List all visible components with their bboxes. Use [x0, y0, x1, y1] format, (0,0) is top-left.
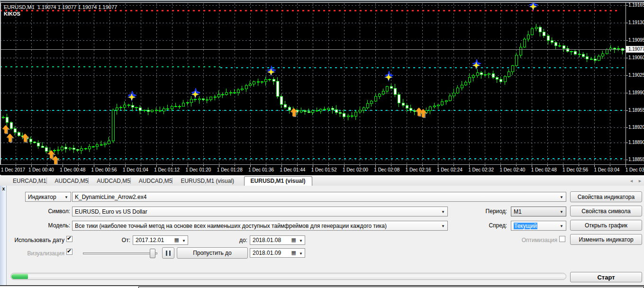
candle-body [590, 59, 592, 59]
time-axis-tick [422, 165, 423, 166]
candle-body [555, 42, 557, 45]
candle-body [53, 151, 55, 151]
chart-tab-active[interactable]: EURUSD,M1 (visual) [244, 176, 312, 187]
candle-body [96, 145, 99, 147]
time-axis-label: 1 Dec 02:16 [406, 167, 431, 172]
candle-body [445, 100, 447, 102]
candle-body [562, 46, 565, 49]
candle-body [92, 146, 95, 147]
chart-tab[interactable]: EURUSD,M1 (visual) [174, 177, 240, 186]
candle-body [108, 141, 110, 144]
candle-body [218, 94, 220, 97]
current-price-tag: 1.19077 [626, 46, 644, 53]
time-axis-tick [360, 165, 360, 166]
candle-body [139, 108, 142, 111]
candle-body [437, 105, 439, 106]
candle-body [281, 97, 283, 105]
expert-select[interactable]: K_DynamicLine_Arrow2.ex4▼ [72, 192, 566, 202]
time-axis-label: 1 Dec 00:56 [91, 167, 117, 172]
signal-star-marker [472, 61, 481, 70]
candle-body [461, 85, 463, 88]
candle-body [484, 74, 487, 75]
spread-select[interactable]: Текущий▼ [511, 221, 566, 231]
price-chart[interactable] [0, 0, 626, 165]
time-axis-label: 1 Dec 00:40 [28, 167, 54, 172]
time-axis-tick [328, 165, 329, 166]
open-chart-button[interactable]: Открыть график [570, 220, 642, 231]
signal-star-marker [384, 73, 393, 81]
time-axis-label: 1 Dec 02:24 [437, 167, 463, 172]
time-axis[interactable]: 1 Dec 20171 Dec 00:401 Dec 00:481 Dec 00… [0, 164, 644, 175]
skip-to-date-field[interactable]: 2018.01.09 ▦ ▼ [250, 248, 305, 258]
candle-body [347, 116, 349, 117]
candle-body [151, 110, 154, 111]
candle-body [65, 147, 67, 149]
candle-body [198, 99, 200, 100]
time-axis-label: 1 Dec 01:20 [186, 167, 211, 172]
visualization-speed-slider[interactable] [83, 252, 157, 254]
symbol-select[interactable]: EURUSD, Euro vs US Dollar▼ [72, 207, 448, 216]
tabs-scroll-left-icon[interactable]: ◄ [629, 179, 634, 183]
chevron-down-icon: ▼ [182, 239, 186, 243]
signal-star-marker [191, 90, 200, 99]
time-axis-tick [438, 165, 438, 167]
indicator-properties-button[interactable]: Свойства индикатора [570, 191, 642, 202]
optimization-checkbox[interactable] [559, 236, 565, 242]
candle-body [233, 93, 236, 93]
candle-body [29, 139, 32, 142]
time-axis-label: 1 Dec 01:12 [154, 167, 180, 172]
time-axis-tick [297, 165, 298, 166]
price-axis-label: 1.19060 [628, 55, 644, 60]
time-axis-tick [63, 165, 63, 167]
time-axis-tick [250, 165, 251, 167]
time-axis-tick [235, 165, 235, 166]
close-panel-icon[interactable]: x [1, 186, 6, 192]
period-select[interactable]: M1▼ [511, 207, 566, 216]
candle-body [319, 109, 322, 111]
candle-body [163, 109, 165, 111]
symbol-properties-button[interactable]: Свойства символа [570, 206, 642, 216]
time-axis-tick [610, 165, 610, 166]
tab-divider [88, 178, 89, 184]
skip-to-button[interactable]: Пропустить до [177, 247, 248, 259]
use-date-checkbox[interactable]: ✔ [66, 236, 73, 242]
slider-thumb[interactable] [150, 249, 155, 258]
time-axis-tick [407, 165, 407, 167]
start-button[interactable]: Старт [570, 272, 642, 282]
candle-body [308, 112, 310, 113]
chart-tab[interactable]: AUDCAD,M5 [49, 177, 95, 186]
time-axis-tick [391, 165, 391, 166]
from-date-field[interactable]: 2017.12.01 ▦ ▼ [133, 235, 188, 245]
candle-body [519, 47, 522, 55]
chart-tab[interactable]: AUDCAD,M5 [133, 177, 179, 186]
tabs-scroll-right-icon[interactable]: ► [638, 179, 642, 183]
price-axis-label: 1.18920 [628, 125, 644, 130]
time-axis-tick [469, 165, 470, 167]
chart-tab[interactable]: EURCAD,M1 [7, 177, 53, 186]
indicator-name-label: KIKOS [4, 11, 20, 17]
candle-body [155, 110, 157, 110]
candle-body [410, 108, 412, 111]
candle-body [249, 84, 252, 85]
pause-button[interactable] [162, 247, 174, 259]
candle-body [363, 108, 365, 110]
candle-body [120, 108, 122, 108]
visualization-checkbox[interactable]: ✔ [66, 249, 73, 255]
candle-body [433, 106, 435, 107]
price-axis[interactable]: 1.191651.191301.190951.190601.190251.189… [626, 3, 644, 164]
candle-body [374, 96, 377, 101]
to-date-field[interactable]: 2018.01.08 ▦ ▼ [250, 235, 305, 245]
model-label: Модель: [0, 222, 70, 229]
modify-indicator-button[interactable]: Изменить индикатор [570, 234, 642, 245]
chart-tab[interactable]: AUDCAD,M5 [91, 177, 136, 186]
time-axis-tick [500, 165, 501, 167]
candle-body [543, 32, 545, 36]
candle-body [586, 57, 589, 59]
tester-mode-select[interactable]: Индикатор▼ [25, 192, 71, 202]
candle-body [574, 52, 577, 54]
model-select[interactable]: Все тики (наиболее точный метод на основ… [72, 221, 448, 231]
time-axis-tick [109, 165, 110, 166]
candle-body [202, 99, 204, 99]
candle-body [402, 103, 404, 105]
time-axis-tick [125, 165, 126, 167]
